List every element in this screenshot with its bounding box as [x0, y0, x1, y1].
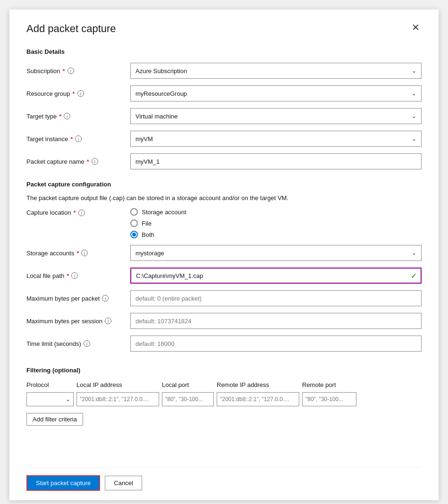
- local-file-path-info-icon[interactable]: i: [71, 272, 78, 279]
- max-bytes-per-packet-row: Maximum bytes per packet i: [26, 290, 422, 306]
- time-limit-input[interactable]: [130, 336, 422, 352]
- max-bytes-per-packet-input[interactable]: [130, 290, 422, 306]
- target-instance-select[interactable]: myVM ⌄: [130, 131, 422, 147]
- resource-group-select[interactable]: myResourceGroup ⌄: [130, 85, 422, 101]
- storage-accounts-select[interactable]: mystorage ⌄: [130, 245, 422, 261]
- col-header-local-port: Local port: [162, 381, 214, 388]
- target-instance-row: Target instance * i myVM ⌄: [26, 131, 422, 147]
- local-ip-input[interactable]: [76, 392, 159, 406]
- packet-capture-name-row: Packet capture name * i: [26, 153, 422, 169]
- max-bytes-per-session-info-icon[interactable]: i: [105, 318, 111, 324]
- storage-accounts-row: Storage accounts * i mystorage ⌄: [26, 245, 422, 261]
- subscription-required: *: [63, 67, 65, 75]
- add-filter-criteria-button[interactable]: Add filter criteria: [26, 413, 83, 426]
- add-packet-capture-dialog: Add packet capture ✕ Basic Details Subsc…: [9, 9, 439, 500]
- subscription-label: Subscription * i: [26, 67, 130, 75]
- col-header-local-ip: Local IP address: [76, 381, 159, 388]
- local-file-path-label: Local file path * i: [26, 272, 130, 279]
- target-instance-control: myVM ⌄: [130, 131, 422, 147]
- subscription-select[interactable]: Azure Subscription ⌄: [130, 63, 422, 79]
- local-port-input[interactable]: [162, 392, 214, 406]
- max-bytes-per-session-row: Maximum bytes per session i: [26, 313, 422, 329]
- packet-capture-name-required: *: [87, 158, 89, 165]
- capture-location-control: Storage account File Both: [130, 208, 422, 238]
- resource-group-required: *: [73, 90, 75, 97]
- time-limit-row: Time limit (seconds) i: [26, 336, 422, 352]
- target-type-select[interactable]: Virtual machine ⌄: [130, 108, 422, 124]
- radio-both-label: Both: [142, 231, 154, 238]
- radio-both-circle: [130, 231, 138, 238]
- cancel-button[interactable]: Cancel: [105, 476, 142, 490]
- subscription-info-icon[interactable]: i: [68, 67, 74, 74]
- radio-storage-account-label: Storage account: [142, 209, 186, 216]
- target-type-info-icon[interactable]: i: [64, 113, 70, 119]
- local-file-path-input-wrapper: ✓: [130, 268, 422, 284]
- subscription-control: Azure Subscription ⌄: [130, 63, 422, 79]
- storage-accounts-chevron: ⌄: [412, 250, 416, 256]
- capture-location-row: Capture location * i Storage account Fil…: [26, 208, 422, 238]
- max-bytes-per-session-label: Maximum bytes per session i: [26, 318, 130, 325]
- capture-location-label: Capture location * i: [26, 208, 130, 216]
- local-file-path-row: Local file path * i ✓: [26, 268, 422, 284]
- filtering-section-title: Filtering (optional): [26, 367, 422, 374]
- protocol-chevron: ⌄: [66, 396, 70, 403]
- packet-capture-name-label: Packet capture name * i: [26, 158, 130, 165]
- max-bytes-per-packet-control: [130, 290, 422, 306]
- remote-port-input[interactable]: [302, 392, 356, 406]
- radio-file-label: File: [142, 220, 152, 227]
- resource-group-chevron: ⌄: [412, 90, 416, 97]
- max-bytes-per-session-control: [130, 313, 422, 329]
- local-file-path-input[interactable]: [131, 269, 411, 283]
- resource-group-row: Resource group * i myResourceGroup ⌄: [26, 85, 422, 101]
- capture-location-radio-group: Storage account File Both: [130, 208, 422, 238]
- capture-location-info-icon[interactable]: i: [78, 210, 85, 216]
- resource-group-info-icon[interactable]: i: [77, 90, 84, 97]
- storage-accounts-required: *: [76, 250, 79, 257]
- storage-accounts-label: Storage accounts * i: [26, 250, 130, 257]
- radio-file[interactable]: File: [130, 219, 422, 227]
- close-button[interactable]: ✕: [410, 23, 422, 32]
- capture-description: The packet capture output file (.cap) ca…: [26, 194, 422, 202]
- target-instance-chevron: ⌄: [412, 135, 416, 142]
- basic-details-section-title: Basic Details: [26, 48, 422, 55]
- check-icon: ✓: [411, 271, 421, 280]
- resource-group-label: Resource group * i: [26, 90, 130, 97]
- time-limit-info-icon[interactable]: i: [84, 340, 90, 347]
- radio-storage-account[interactable]: Storage account: [130, 208, 422, 216]
- dialog-header: Add packet capture ✕: [26, 23, 422, 35]
- target-type-control: Virtual machine ⌄: [130, 108, 422, 124]
- target-type-row: Target type * i Virtual machine ⌄: [26, 108, 422, 124]
- subscription-chevron: ⌄: [412, 67, 416, 74]
- max-bytes-per-packet-label: Maximum bytes per packet i: [26, 295, 130, 302]
- filter-row: ⌄: [26, 392, 422, 406]
- radio-storage-account-circle: [130, 208, 138, 216]
- protocol-select[interactable]: ⌄: [26, 392, 74, 406]
- time-limit-label: Time limit (seconds) i: [26, 340, 130, 347]
- storage-accounts-info-icon[interactable]: i: [81, 250, 88, 256]
- col-header-remote-port: Remote port: [302, 381, 356, 388]
- max-bytes-per-session-input[interactable]: [130, 313, 422, 329]
- subscription-row: Subscription * i Azure Subscription ⌄: [26, 63, 422, 79]
- dialog-footer: Start packet capture Cancel: [26, 467, 422, 500]
- dialog-title: Add packet capture: [26, 23, 116, 35]
- packet-capture-name-input[interactable]: [130, 153, 422, 169]
- start-packet-capture-button[interactable]: Start packet capture: [26, 475, 100, 491]
- target-type-label: Target type * i: [26, 113, 130, 120]
- target-instance-label: Target instance * i: [26, 135, 130, 143]
- packet-capture-name-info-icon[interactable]: i: [92, 158, 98, 165]
- filtering-section: Filtering (optional) Protocol Local IP a…: [26, 362, 422, 426]
- resource-group-control: myResourceGroup ⌄: [130, 85, 422, 101]
- target-type-chevron: ⌄: [412, 113, 416, 119]
- target-type-required: *: [59, 113, 61, 120]
- packet-capture-config-section-title: Packet capture configuration: [26, 181, 422, 188]
- target-instance-info-icon[interactable]: i: [75, 135, 82, 142]
- radio-file-circle: [130, 219, 138, 227]
- max-bytes-per-packet-info-icon[interactable]: i: [102, 295, 109, 302]
- remote-ip-input[interactable]: [217, 392, 299, 406]
- filter-table-header: Protocol Local IP address Local port Rem…: [26, 381, 422, 388]
- time-limit-control: [130, 336, 422, 352]
- local-file-path-control: ✓: [130, 268, 422, 284]
- target-instance-required: *: [70, 135, 73, 143]
- storage-accounts-control: mystorage ⌄: [130, 245, 422, 261]
- radio-both[interactable]: Both: [130, 231, 422, 238]
